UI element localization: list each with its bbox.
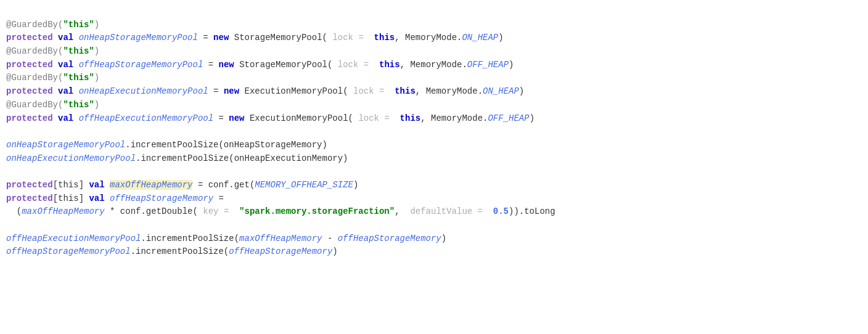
param-lock-1: lock = [332, 33, 363, 43]
line-11: protected[this] val maxOffHeapMemory = c… [6, 180, 358, 190]
line-7: @GuardedBy("this") protected val offHeap… [6, 100, 555, 257]
annotation-1: @GuardedBy("this") [6, 20, 99, 30]
method-call-2: onHeapExecutionMemoryPool [6, 153, 136, 163]
line-9: onHeapStorageMemoryPool.incrementPoolSiz… [6, 140, 327, 150]
method-call-4: offHeapStorageMemoryPool [6, 246, 131, 256]
call-chain-2: .incrementPoolSize(onHeapExecutionMemory… [136, 153, 348, 163]
line-15: offHeapStorageMemoryPool.incrementPoolSi… [6, 246, 338, 256]
class-3: ExecutionMemoryPool( [239, 86, 348, 96]
equals-2: = [208, 60, 219, 70]
class-4: ExecutionMemoryPool( [245, 113, 353, 123]
close-paren: )).toLong [509, 206, 555, 216]
keyword-protected-3: protected [6, 86, 53, 96]
line-8: protected val offHeapExecutionMemoryPool… [6, 113, 555, 257]
line-4: protected val offHeapStorageMemoryPool =… [6, 60, 514, 70]
const-MEMORY_OFFHEAP_SIZE: MEMORY_OFFHEAP_SIZE [255, 180, 353, 190]
call-chain-3: .incrementPoolSize( [141, 234, 239, 243]
keyword-new-4: new [229, 113, 244, 123]
comma-5: , [395, 206, 399, 216]
keyword-val-5: val [89, 180, 104, 190]
method-call-1: onHeapStorageMemoryPool [6, 140, 125, 150]
field-onHeapExecutionMemoryPool: onHeapExecutionMemoryPool [79, 86, 208, 96]
blank-2 [6, 166, 11, 176]
str-spark-memory: "spark.memory.storageFraction" [234, 206, 395, 216]
keyword-this-1: this [369, 33, 395, 43]
field-offHeapStorageMemory: offHeapStorageMemory [110, 193, 213, 203]
field-offHeapExecutionMemoryPool: offHeapExecutionMemoryPool [79, 113, 213, 123]
paren-5: ) [353, 180, 358, 190]
comma-3: , MemoryMode. [416, 86, 483, 96]
param-defaultValue: defaultValue = [410, 206, 483, 216]
equals-3: = [213, 86, 224, 96]
space-1 [105, 180, 110, 190]
param-lock-3: lock = [353, 86, 384, 96]
annotation-2: @GuardedBy("this") [6, 46, 99, 56]
keyword-val-3: val [58, 86, 73, 96]
keyword-protected-2: protected [6, 60, 53, 70]
keyword-new-2: new [219, 60, 234, 70]
equals-5: = conf.get( [192, 180, 255, 190]
field-onHeapStorageMemoryPool: onHeapStorageMemoryPool [79, 33, 198, 43]
keyword-val-4: val [58, 113, 73, 123]
close-2: ) [332, 246, 337, 256]
blank-1 [6, 126, 11, 136]
line-14: offHeapExecutionMemoryPool.incrementPool… [6, 234, 446, 243]
param-lock-2: lock = [338, 60, 369, 70]
bracket-this-2: [this] [53, 193, 89, 203]
keyword-protected-4: protected [6, 113, 53, 123]
keyword-val-6: val [89, 193, 104, 203]
line-12: protected[this] val offHeapStorageMemory… [6, 193, 224, 203]
line-5: @GuardedBy("this") protected val onHeapE… [6, 73, 555, 256]
close-1: ) [441, 234, 446, 243]
equals-1: = [203, 33, 213, 43]
line-13: (maxOffHeapMemory * conf.getDouble( key … [6, 206, 555, 216]
keyword-protected-1: protected [6, 33, 53, 43]
paren-3: ) [519, 86, 524, 96]
mode-4: OFF_HEAP [488, 113, 529, 123]
class-2: StorageMemoryPool( [234, 60, 333, 70]
paren-2: ) [509, 60, 514, 70]
line-3: @GuardedBy("this") protected val offHeap… [6, 46, 555, 256]
keyword-this-4: this [395, 113, 420, 123]
comma-2: , MemoryMode. [400, 60, 467, 70]
annotation-4: @GuardedBy("this") [6, 100, 99, 110]
class-1: StorageMemoryPool( [229, 33, 327, 43]
paren-1: ) [498, 33, 503, 43]
keyword-val-1: val [58, 33, 73, 43]
pipe-indent: ( [6, 206, 22, 216]
comma-4: , MemoryMode. [420, 113, 488, 123]
line-2: protected val onHeapStorageMemoryPool = … [6, 33, 504, 43]
field-maxOffHeapMemory: maxOffHeapMemory [110, 180, 192, 190]
keyword-protected-6: protected [6, 193, 53, 203]
num-0-5: 0.5 [488, 206, 509, 216]
mode-3: ON_HEAP [483, 86, 519, 96]
method-call-3: offHeapExecutionMemoryPool [6, 234, 141, 243]
annotation-3: @GuardedBy("this") [6, 73, 99, 83]
ref-maxOffHeapMemory: maxOffHeapMemory [22, 206, 104, 216]
keyword-this-3: this [390, 86, 416, 96]
mode-1: ON_HEAP [462, 33, 498, 43]
comma-1: , MemoryMode. [395, 33, 462, 43]
param-lock-4: lock = [358, 113, 389, 123]
keyword-new-1: new [213, 33, 229, 43]
ref-offHeapStorageMemory-2: offHeapStorageMemory [229, 246, 332, 256]
line-10: onHeapExecutionMemoryPool.incrementPoolS… [6, 153, 348, 163]
space-2 [105, 193, 110, 203]
op-mul: * conf.getDouble( [105, 206, 198, 216]
line-1: @GuardedBy("this") protected val onHeapS… [6, 20, 555, 257]
ref-maxOffHeapMemory-2: maxOffHeapMemory [239, 234, 322, 243]
keyword-new-3: new [224, 86, 239, 96]
keyword-protected-5: protected [6, 180, 53, 190]
blank-3 [6, 220, 11, 230]
call-chain-1: .incrementPoolSize(onHeapStorageMemory) [125, 140, 327, 150]
line-6: protected val onHeapExecutionMemoryPool … [6, 86, 524, 96]
op-minus: - [322, 234, 338, 243]
param-key: key = [203, 206, 229, 216]
keyword-this-2: this [374, 60, 400, 70]
code-viewer: @GuardedBy("this") protected val onHeapS… [6, 5, 862, 259]
paren-4: ) [530, 113, 534, 123]
equals-6: = [213, 193, 224, 203]
field-offHeapStorageMemoryPool: offHeapStorageMemoryPool [79, 60, 203, 70]
ref-offHeapStorageMemory-1: offHeapStorageMemory [338, 234, 441, 243]
equals-4: = [219, 113, 229, 123]
